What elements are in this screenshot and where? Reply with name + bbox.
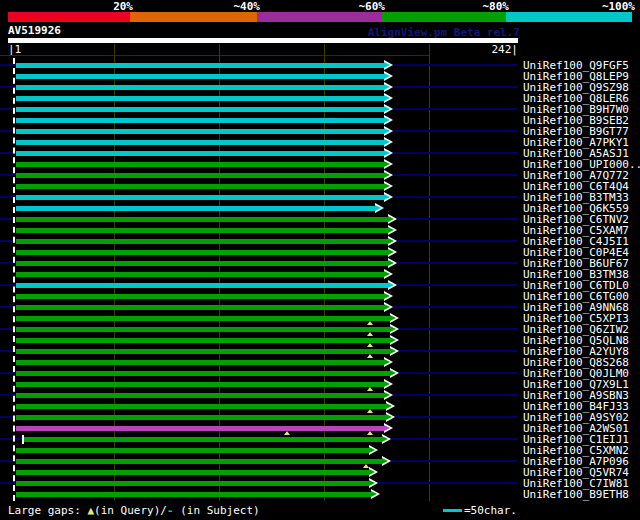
hit-bar[interactable] [16,415,387,420]
hit-bar[interactable] [16,294,385,299]
hit-bar[interactable] [16,327,391,332]
identity-scale-label: ~80% [483,1,510,12]
hit-bar[interactable] [16,481,370,486]
hit-arrow-icon [384,381,390,387]
hit-arrow-icon [390,337,396,343]
hit-bar[interactable] [16,107,385,112]
query-gap-triangle-icon [284,431,290,435]
hit-bar[interactable] [16,349,391,354]
hit-bar[interactable] [16,426,385,431]
hit-arrow-icon [371,491,377,497]
hit-bar[interactable] [16,140,385,145]
hit-bar[interactable] [16,459,383,464]
identity-scale-segment [382,12,506,22]
hit-bar[interactable] [16,283,389,288]
hit-bar[interactable] [16,74,385,79]
hit-bar[interactable] [16,316,391,321]
legend-large-gaps: Large gaps: ▲(in Query)/- (in Subject) [8,505,260,516]
query-start-dashed-line [13,58,15,501]
alignview-screen: 20%~40%~60%~80%~100% AV519926 AlignView.… [0,0,640,520]
hit-arrow-icon [384,183,390,189]
hit-bar[interactable] [16,239,389,244]
ruler-underline [0,55,430,56]
hit-arrow-icon [386,403,392,409]
app-version-label: AlignView.pm Beta rel.7 [368,27,520,38]
hit-bar[interactable] [16,393,385,398]
identity-scale-label: 20% [113,1,133,12]
hit-arrow-icon [384,359,390,365]
hit-arrow-icon [384,117,390,123]
legend-scale-label: =50char. [464,505,517,516]
hit-bar[interactable] [16,338,391,343]
hit-bar[interactable] [16,85,385,90]
hit-bar[interactable] [16,371,391,376]
hit-bar[interactable] [16,129,385,134]
hit-arrow-icon [384,62,390,68]
hit-bar[interactable] [16,404,387,409]
query-gap-triangle-icon [367,354,373,358]
hit-bar[interactable] [16,250,389,255]
hit-bar[interactable] [16,448,370,453]
hit-arrow-icon [369,469,375,475]
hit-arrow-icon [384,139,390,145]
hit-bar[interactable] [16,261,389,266]
hit-bar[interactable] [16,228,389,233]
query-ruler-bar [8,38,518,43]
hit-arrow-icon [384,304,390,310]
hit-bar[interactable] [16,162,385,167]
hit-arrow-icon [388,249,394,255]
hit-bar[interactable] [16,96,385,101]
hit-bar[interactable] [16,360,385,365]
identity-scale-label: ~100% [602,1,635,12]
hit-arrow-icon [384,425,390,431]
query-gap-triangle-icon [367,321,373,325]
hit-bar[interactable] [16,151,385,156]
hit-bar[interactable] [16,184,385,189]
query-gap-triangle-icon [367,431,373,435]
hit-arrow-icon [388,238,394,244]
identity-scale-segment [506,12,632,22]
hit-arrow-icon [384,271,390,277]
hit-arrow-icon [384,128,390,134]
hit-arrow-icon [384,150,390,156]
hit-bar[interactable] [16,118,385,123]
identity-scale-segment [257,12,382,22]
hit-bar[interactable] [16,206,376,211]
hit-bar[interactable] [16,217,389,222]
hit-bar[interactable] [16,382,385,387]
hit-arrow-icon [384,84,390,90]
ruler-end-label: 242| [492,44,519,55]
query-title: AV519926 [8,25,61,36]
subject-gap-dash-icon: - [167,504,174,517]
hit-arrow-icon [390,315,396,321]
hit-arrow-icon [384,161,390,167]
hit-bar[interactable] [16,195,385,200]
hit-arrow-icon [384,392,390,398]
hit-arrow-icon [384,73,390,79]
hit-arrow-icon [384,293,390,299]
hit-arrow-icon [384,172,390,178]
hit-arrow-icon [369,447,375,453]
hit-bar[interactable] [16,173,385,178]
hit-arrow-icon [382,436,388,442]
hit-bar[interactable] [16,492,372,497]
hit-arrow-icon [390,326,396,332]
hit-label[interactable]: UniRef100_B9ETH8 [523,489,629,500]
ruler-start-label: |1 [8,44,21,55]
gridline [429,44,430,501]
hit-arrow-icon [388,227,394,233]
legend-subject-gap-text: (in Subject) [174,504,260,517]
hit-bar[interactable] [16,470,370,475]
hit-bar[interactable] [24,437,383,442]
query-gap-triangle-icon [367,332,373,336]
identity-scale-segment [130,12,257,22]
hit-arrow-icon [386,414,392,420]
hit-bar[interactable] [16,63,385,68]
identity-scale-label: ~40% [234,1,261,12]
hit-arrow-icon [388,260,394,266]
hit-bar[interactable] [16,305,385,310]
hit-arrow-icon [375,205,381,211]
hit-arrow-icon [384,106,390,112]
legend-query-gap-text: (in Query)/ [94,504,167,517]
hit-bar[interactable] [16,272,385,277]
